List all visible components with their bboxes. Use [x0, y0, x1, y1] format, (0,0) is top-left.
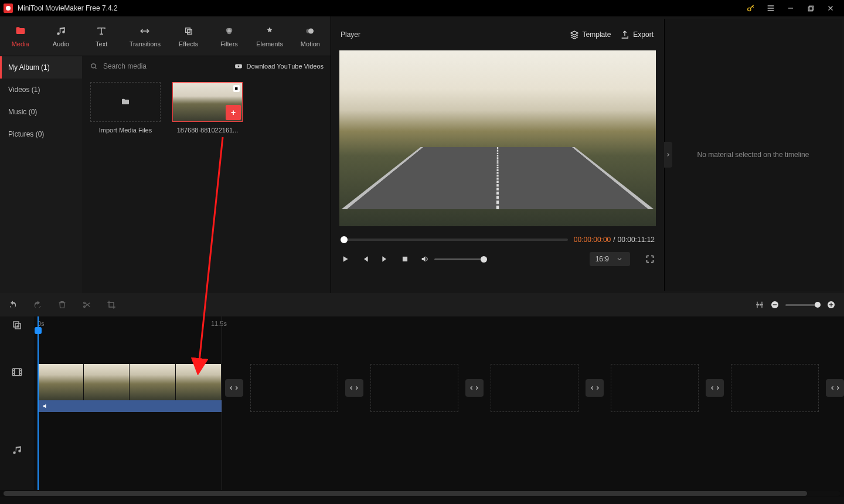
- crop-button[interactable]: [107, 300, 116, 309]
- music-note-icon: [55, 25, 67, 37]
- add-to-timeline-button[interactable]: +: [226, 105, 241, 120]
- volume-icon[interactable]: [420, 254, 430, 264]
- search-icon: [89, 62, 98, 71]
- ribbon-label: Motion: [301, 40, 320, 47]
- ribbon-tab-filters[interactable]: Filters: [209, 16, 249, 56]
- template-icon: [570, 30, 579, 39]
- empty-clip-slot[interactable]: [611, 364, 699, 412]
- download-youtube-label: Download YouTube Videos: [247, 63, 324, 70]
- left-column: Media Audio Text Transitions Effects Fil…: [0, 16, 331, 293]
- transition-slot-button[interactable]: [586, 379, 604, 397]
- zoom-slider[interactable]: [785, 304, 821, 306]
- add-track-button[interactable]: [0, 316, 34, 334]
- fit-timeline-button[interactable]: [755, 300, 764, 309]
- svg-rect-12: [403, 257, 407, 261]
- timeline-tracks[interactable]: 0s 11.5s: [34, 316, 844, 490]
- ribbon-tab-effects[interactable]: Effects: [168, 16, 209, 56]
- search-input[interactable]: Search media: [103, 62, 147, 70]
- player-viewport[interactable]: [339, 50, 656, 226]
- inspector-empty-text: No material selected on the timeline: [697, 151, 809, 159]
- ribbon-tab-text[interactable]: Text: [81, 16, 122, 56]
- collapse-inspector-button[interactable]: [664, 142, 672, 168]
- app-title: MiniTool MovieMaker Free 7.4.2: [18, 4, 118, 12]
- ribbon: Media Audio Text Transitions Effects Fil…: [0, 16, 331, 56]
- window-minimize-button[interactable]: [781, 0, 801, 16]
- aspect-ratio-value: 16:9: [595, 255, 609, 263]
- player-title: Player: [341, 30, 360, 39]
- player-panel: Player Template Export 00:00:00:00 /: [333, 19, 662, 291]
- sidebar-item-music[interactable]: Music (0): [0, 101, 82, 123]
- ribbon-tab-elements[interactable]: Elements: [249, 16, 290, 56]
- player-scrubber[interactable]: [341, 239, 568, 241]
- motion-icon: [304, 25, 316, 37]
- empty-clip-slot[interactable]: [370, 364, 458, 412]
- prev-frame-button[interactable]: [360, 254, 370, 264]
- redo-button[interactable]: [33, 300, 42, 309]
- empty-clip-slot[interactable]: [491, 364, 578, 412]
- transition-slot-button[interactable]: [465, 379, 484, 397]
- media-clip-label: 187688-881022161...: [172, 127, 243, 134]
- volume-slider[interactable]: [434, 258, 487, 260]
- ribbon-tab-transitions[interactable]: Transitions: [122, 16, 168, 56]
- transition-slot-button[interactable]: [706, 379, 724, 397]
- youtube-icon: [234, 62, 243, 71]
- ribbon-label: Effects: [179, 40, 198, 47]
- timeline-scrollbar[interactable]: [0, 490, 844, 497]
- transitions-icon: [139, 25, 151, 37]
- menu-button[interactable]: [761, 0, 781, 16]
- import-media-card[interactable]: Import Media Files: [90, 82, 161, 134]
- ribbon-tab-motion[interactable]: Motion: [290, 16, 331, 56]
- sidebar-item-my-album[interactable]: My Album (1): [0, 56, 82, 79]
- zoom-out-button[interactable]: [770, 300, 780, 309]
- export-icon: [620, 30, 629, 39]
- next-frame-button[interactable]: [380, 254, 390, 264]
- ribbon-label: Audio: [53, 40, 69, 47]
- media-sidebar: My Album (1) Videos (1) Music (0) Pictur…: [0, 56, 82, 293]
- transition-slot-button[interactable]: [345, 379, 363, 397]
- aspect-ratio-select[interactable]: 16:9: [590, 252, 630, 266]
- playhead[interactable]: [38, 316, 39, 490]
- window-maximize-button[interactable]: [801, 0, 821, 16]
- chevron-down-icon: [615, 254, 624, 264]
- ribbon-tab-media[interactable]: Media: [0, 16, 40, 56]
- effects-icon: [183, 25, 195, 37]
- undo-button[interactable]: [8, 300, 18, 309]
- svg-point-10: [91, 64, 96, 68]
- sidebar-item-videos[interactable]: Videos (1): [0, 79, 82, 101]
- play-button[interactable]: [341, 254, 350, 264]
- svg-rect-1: [809, 6, 813, 10]
- timeline-clip[interactable]: [38, 364, 222, 412]
- svg-point-7: [227, 29, 232, 34]
- timeline-panel: 0s 11.5s: [0, 293, 844, 504]
- delete-button[interactable]: [57, 300, 67, 309]
- sidebar-item-pictures[interactable]: Pictures (0): [0, 123, 82, 145]
- video-track-row[interactable]: [34, 362, 844, 414]
- export-button[interactable]: Export: [620, 30, 654, 39]
- empty-clip-slot[interactable]: [250, 364, 338, 412]
- text-icon: [96, 25, 107, 37]
- import-media-label: Import Media Files: [90, 127, 161, 134]
- split-button[interactable]: [82, 300, 91, 309]
- svg-rect-22: [13, 369, 22, 376]
- window-close-button[interactable]: [821, 0, 840, 16]
- zoom-in-button[interactable]: [826, 300, 836, 309]
- timeline-toolbar: [0, 293, 844, 316]
- ribbon-label: Text: [96, 40, 107, 47]
- download-youtube-button[interactable]: Download YouTube Videos: [234, 62, 324, 71]
- workarea: Media Audio Text Transitions Effects Fil…: [0, 16, 844, 293]
- ribbon-tab-audio[interactable]: Audio: [40, 16, 81, 56]
- fullscreen-button[interactable]: [645, 254, 655, 264]
- stop-button[interactable]: [400, 254, 410, 264]
- transition-slot-button[interactable]: [225, 379, 243, 397]
- inspector-panel: No material selected on the timeline: [664, 19, 842, 291]
- player-time-total: 00:00:11:12: [618, 236, 655, 244]
- empty-clip-slot[interactable]: [731, 364, 819, 412]
- media-clip-card[interactable]: ■ + 187688-881022161...: [172, 82, 243, 134]
- template-button[interactable]: Template: [570, 30, 611, 39]
- audio-track-row[interactable]: [34, 414, 844, 455]
- audio-track-icon: [0, 410, 34, 490]
- transition-slot-button[interactable]: [826, 379, 844, 397]
- ribbon-label: Transitions: [130, 40, 161, 47]
- timeline-ruler[interactable]: 0s 11.5s: [34, 316, 844, 334]
- activate-key-button[interactable]: [741, 0, 761, 16]
